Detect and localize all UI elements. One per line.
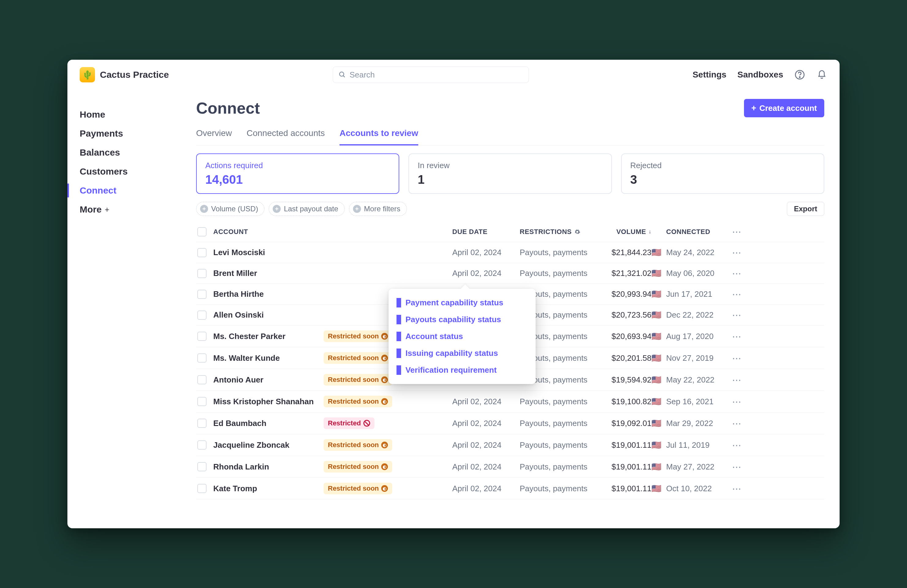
connected-date: Jul 11, 2019 <box>666 440 728 450</box>
row-checkbox[interactable] <box>197 332 207 341</box>
row-checkbox[interactable] <box>197 248 207 257</box>
plus-circle-icon: + <box>396 348 401 358</box>
col-account[interactable]: ACCOUNT <box>213 228 324 236</box>
account-name: Miss Kristopher Shanahan <box>213 397 324 406</box>
restrictions: Payouts, payments <box>520 248 596 257</box>
connected-date: May 06, 2020 <box>666 268 728 278</box>
row-checkbox[interactable] <box>197 419 207 428</box>
settings-link[interactable]: Settings <box>692 70 726 80</box>
popover-item-label: Verification requirement <box>405 365 497 375</box>
row-checkbox[interactable] <box>197 290 207 299</box>
row-actions-icon[interactable]: ⋯ <box>728 396 746 407</box>
table-row[interactable]: Brent Miller April 02, 2024 Payouts, pay… <box>196 263 824 284</box>
row-actions-icon[interactable]: ⋯ <box>728 247 746 258</box>
col-due-date[interactable]: DUE DATE <box>452 228 520 236</box>
row-actions-icon[interactable]: ⋯ <box>728 268 746 279</box>
row-checkbox[interactable] <box>197 353 207 363</box>
row-checkbox[interactable] <box>197 310 207 320</box>
popover-verification-requirement[interactable]: + Verification requirement <box>389 362 535 379</box>
col-restrictions[interactable]: RESTRICTIONS <box>520 228 596 236</box>
clock-icon: ◐ <box>381 376 388 383</box>
row-checkbox[interactable] <box>197 397 207 406</box>
card-actions-required[interactable]: Actions required 14,601 <box>196 153 399 194</box>
row-checkbox[interactable] <box>197 269 207 278</box>
account-name: Bertha Hirthe <box>213 289 324 299</box>
restrictions: Payouts, payments <box>520 484 596 494</box>
row-actions-icon[interactable]: ⋯ <box>728 374 746 385</box>
row-actions-icon[interactable]: ⋯ <box>728 310 746 320</box>
select-all-checkbox[interactable] <box>197 227 207 236</box>
clock-icon: ◐ <box>381 333 388 340</box>
status-text: Restricted soon <box>328 484 379 492</box>
table-row[interactable]: Miss Kristopher Shanahan Restricted soon… <box>196 391 824 412</box>
restrictions: Payouts, payments <box>520 419 596 428</box>
popover-account-status[interactable]: + Account status <box>389 328 535 345</box>
status-badge: Restricted soon◐ <box>324 352 392 364</box>
card-rejected[interactable]: Rejected 3 <box>621 153 824 194</box>
due-date: April 02, 2024 <box>452 484 520 494</box>
row-checkbox[interactable] <box>197 462 207 471</box>
volume: $20,723.56 <box>596 310 651 320</box>
country-flag-icon: 🇺🇸 <box>651 289 666 299</box>
status-cell: Restricted <box>324 417 452 429</box>
country-flag-icon: 🇺🇸 <box>651 268 666 278</box>
row-actions-icon[interactable]: ⋯ <box>728 440 746 451</box>
table-row[interactable]: Ed Baumbach Restricted April 02, 2024 Pa… <box>196 412 824 434</box>
notifications-icon[interactable] <box>816 69 827 80</box>
table-row[interactable]: Kate Tromp Restricted soon◐ April 02, 20… <box>196 478 824 500</box>
sidebar-item-more[interactable]: More + <box>77 200 190 219</box>
create-account-button[interactable]: + Create account <box>744 99 824 117</box>
account-name: Ms. Walter Kunde <box>213 353 324 363</box>
app-window: 🌵 Cactus Practice Settings Sandboxes Hom… <box>67 60 840 528</box>
sidebar-item-payments[interactable]: Payments <box>77 124 190 143</box>
tab-accounts-to-review[interactable]: Accounts to review <box>340 125 418 145</box>
row-actions-icon[interactable]: ⋯ <box>728 289 746 299</box>
popover-issuing-capability[interactable]: + Issuing capability status <box>389 345 535 362</box>
popover-payment-capability[interactable]: + Payment capability status <box>389 294 535 311</box>
sidebar-item-home[interactable]: Home <box>77 105 190 124</box>
sidebar-item-customers[interactable]: Customers <box>77 162 190 181</box>
brand[interactable]: 🌵 Cactus Practice <box>80 67 169 82</box>
plus-circle-icon: + <box>396 332 401 341</box>
table-row[interactable]: Rhonda Larkin Restricted soon◐ April 02,… <box>196 456 824 478</box>
export-button[interactable]: Export <box>787 202 824 216</box>
help-icon[interactable] <box>794 69 805 80</box>
connected-date: May 22, 2022 <box>666 375 728 385</box>
volume: $19,100.82 <box>596 397 651 406</box>
sidebar-item-balances[interactable]: Balances <box>77 143 190 162</box>
svg-line-1 <box>343 76 345 77</box>
chip-more-filters[interactable]: + More filters <box>349 202 407 216</box>
row-checkbox[interactable] <box>197 440 207 450</box>
table-row[interactable]: Jacqueline Zboncak Restricted soon◐ Apri… <box>196 434 824 456</box>
svg-point-3 <box>800 77 800 77</box>
svg-point-0 <box>340 72 344 76</box>
status-badge: Restricted soon◐ <box>324 439 392 451</box>
sidebar-item-connect[interactable]: Connect <box>77 181 190 200</box>
chip-last-payout[interactable]: + Last payout date <box>269 202 345 216</box>
row-actions-icon[interactable]: ⋯ <box>728 418 746 429</box>
popover-payouts-capability[interactable]: + Payouts capability status <box>389 311 535 328</box>
row-actions-icon[interactable]: ⋯ <box>728 483 746 494</box>
row-actions-icon[interactable]: ⋯ <box>728 331 746 342</box>
tab-connected-accounts[interactable]: Connected accounts <box>247 125 325 145</box>
col-connected[interactable]: CONNECTED <box>666 228 728 236</box>
sandboxes-link[interactable]: Sandboxes <box>737 70 783 80</box>
create-account-label: Create account <box>759 104 817 113</box>
row-actions-icon[interactable]: ⋯ <box>728 353 746 364</box>
search-field[interactable] <box>349 70 523 80</box>
table-header-more-icon[interactable]: ⋯ <box>728 226 746 237</box>
connected-date: Jun 17, 2021 <box>666 289 728 299</box>
status-text: Restricted <box>328 419 361 427</box>
search-wrap <box>175 67 686 83</box>
card-in-review[interactable]: In review 1 <box>409 153 612 194</box>
row-checkbox[interactable] <box>197 375 207 384</box>
table-row[interactable]: Levi Mosciski April 02, 2024 Payouts, pa… <box>196 242 824 263</box>
row-checkbox[interactable] <box>197 484 207 493</box>
col-volume[interactable]: VOLUME ↓ <box>596 228 651 236</box>
card-value: 1 <box>418 173 603 187</box>
tab-overview[interactable]: Overview <box>196 125 232 145</box>
chip-volume[interactable]: + Volume (USD) <box>196 202 264 216</box>
search-input[interactable] <box>333 67 529 83</box>
volume: $19,092.01 <box>596 419 651 428</box>
row-actions-icon[interactable]: ⋯ <box>728 462 746 472</box>
